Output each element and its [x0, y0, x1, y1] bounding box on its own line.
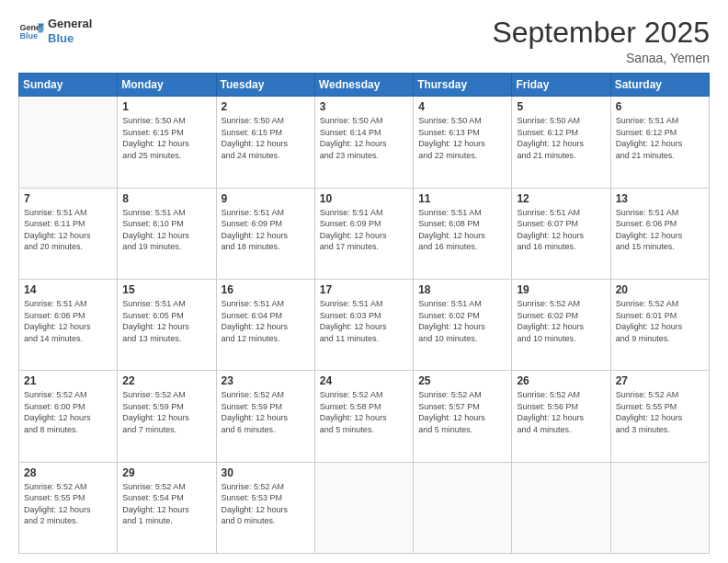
day-number: 20	[616, 283, 704, 296]
day-info: Sunrise: 5:50 AMSunset: 6:14 PMDaylight:…	[320, 115, 408, 161]
day-number: 22	[122, 374, 210, 387]
table-row: 8Sunrise: 5:51 AMSunset: 6:10 PMDaylight…	[118, 188, 216, 279]
day-info: Sunrise: 5:52 AMSunset: 5:55 PMDaylight:…	[616, 389, 704, 435]
day-info: Sunrise: 5:52 AMSunset: 5:55 PMDaylight:…	[24, 481, 112, 527]
logo-text: General Blue	[48, 17, 92, 45]
table-row: 14Sunrise: 5:51 AMSunset: 6:06 PMDayligh…	[19, 279, 118, 370]
day-info: Sunrise: 5:52 AMSunset: 5:54 PMDaylight:…	[122, 481, 210, 527]
day-number: 10	[320, 192, 408, 205]
col-saturday: Saturday	[610, 74, 709, 97]
day-info: Sunrise: 5:51 AMSunset: 6:04 PMDaylight:…	[222, 298, 310, 344]
table-row: 4Sunrise: 5:50 AMSunset: 6:13 PMDaylight…	[414, 97, 512, 188]
table-row: 19Sunrise: 5:52 AMSunset: 6:02 PMDayligh…	[512, 279, 610, 370]
calendar-body: 1Sunrise: 5:50 AMSunset: 6:15 PMDaylight…	[19, 97, 710, 554]
logo: General Blue General Blue	[18, 17, 92, 45]
week-row-1: 7Sunrise: 5:51 AMSunset: 6:11 PMDaylight…	[19, 188, 710, 279]
day-number: 3	[320, 100, 408, 113]
svg-text:Blue: Blue	[19, 31, 38, 40]
day-info: Sunrise: 5:51 AMSunset: 6:12 PMDaylight:…	[616, 115, 704, 161]
day-info: Sunrise: 5:52 AMSunset: 5:53 PMDaylight:…	[222, 481, 310, 527]
day-info: Sunrise: 5:51 AMSunset: 6:06 PMDaylight:…	[24, 298, 112, 344]
col-wednesday: Wednesday	[314, 74, 413, 97]
table-row	[414, 462, 512, 553]
day-number: 8	[122, 192, 210, 205]
day-info: Sunrise: 5:51 AMSunset: 6:06 PMDaylight:…	[616, 207, 704, 253]
header-row: Sunday Monday Tuesday Wednesday Thursday…	[19, 74, 710, 97]
day-info: Sunrise: 5:51 AMSunset: 6:02 PMDaylight:…	[418, 298, 506, 344]
table-row: 15Sunrise: 5:51 AMSunset: 6:05 PMDayligh…	[118, 279, 216, 370]
table-row: 11Sunrise: 5:51 AMSunset: 6:08 PMDayligh…	[414, 188, 512, 279]
table-row: 27Sunrise: 5:52 AMSunset: 5:55 PMDayligh…	[610, 371, 709, 462]
day-number: 26	[517, 374, 605, 387]
day-number: 27	[616, 374, 704, 387]
day-info: Sunrise: 5:51 AMSunset: 6:11 PMDaylight:…	[24, 207, 112, 253]
day-number: 16	[222, 283, 310, 296]
calendar-table: Sunday Monday Tuesday Wednesday Thursday…	[18, 73, 710, 554]
title-block: September 2025 Sanaa, Yemen	[492, 17, 710, 65]
day-info: Sunrise: 5:52 AMSunset: 6:02 PMDaylight:…	[517, 298, 605, 344]
week-row-2: 14Sunrise: 5:51 AMSunset: 6:06 PMDayligh…	[19, 279, 710, 370]
day-number: 4	[418, 100, 506, 113]
day-info: Sunrise: 5:52 AMSunset: 5:59 PMDaylight:…	[122, 389, 210, 435]
day-info: Sunrise: 5:51 AMSunset: 6:03 PMDaylight:…	[320, 298, 408, 344]
table-row: 21Sunrise: 5:52 AMSunset: 6:00 PMDayligh…	[19, 371, 118, 462]
day-number: 28	[24, 466, 112, 479]
day-info: Sunrise: 5:52 AMSunset: 6:01 PMDaylight:…	[616, 298, 704, 344]
table-row: 2Sunrise: 5:50 AMSunset: 6:15 PMDaylight…	[216, 97, 314, 188]
table-row: 28Sunrise: 5:52 AMSunset: 5:55 PMDayligh…	[19, 462, 118, 553]
table-row: 20Sunrise: 5:52 AMSunset: 6:01 PMDayligh…	[610, 279, 709, 370]
day-info: Sunrise: 5:51 AMSunset: 6:09 PMDaylight:…	[320, 207, 408, 253]
day-number: 13	[616, 192, 704, 205]
table-row: 10Sunrise: 5:51 AMSunset: 6:09 PMDayligh…	[314, 188, 413, 279]
table-row: 30Sunrise: 5:52 AMSunset: 5:53 PMDayligh…	[216, 462, 314, 553]
col-friday: Friday	[512, 74, 610, 97]
day-info: Sunrise: 5:52 AMSunset: 5:58 PMDaylight:…	[320, 389, 408, 435]
day-number: 29	[122, 466, 210, 479]
table-row: 22Sunrise: 5:52 AMSunset: 5:59 PMDayligh…	[118, 371, 216, 462]
table-row: 24Sunrise: 5:52 AMSunset: 5:58 PMDayligh…	[314, 371, 413, 462]
col-monday: Monday	[118, 74, 216, 97]
table-row	[610, 462, 709, 553]
day-number: 21	[24, 374, 112, 387]
day-info: Sunrise: 5:50 AMSunset: 6:13 PMDaylight:…	[418, 115, 506, 161]
week-row-3: 21Sunrise: 5:52 AMSunset: 6:00 PMDayligh…	[19, 371, 710, 462]
page: General Blue General Blue September 2025…	[0, 0, 728, 563]
table-row: 12Sunrise: 5:51 AMSunset: 6:07 PMDayligh…	[512, 188, 610, 279]
day-number: 30	[222, 466, 310, 479]
day-info: Sunrise: 5:50 AMSunset: 6:12 PMDaylight:…	[517, 115, 605, 161]
week-row-4: 28Sunrise: 5:52 AMSunset: 5:55 PMDayligh…	[19, 462, 710, 553]
day-info: Sunrise: 5:51 AMSunset: 6:09 PMDaylight:…	[222, 207, 310, 253]
col-sunday: Sunday	[19, 74, 118, 97]
day-info: Sunrise: 5:52 AMSunset: 5:57 PMDaylight:…	[418, 389, 506, 435]
day-number: 6	[616, 100, 704, 113]
table-row: 5Sunrise: 5:50 AMSunset: 6:12 PMDaylight…	[512, 97, 610, 188]
day-number: 25	[418, 374, 506, 387]
table-row: 9Sunrise: 5:51 AMSunset: 6:09 PMDaylight…	[216, 188, 314, 279]
table-row: 3Sunrise: 5:50 AMSunset: 6:14 PMDaylight…	[314, 97, 413, 188]
day-number: 14	[24, 283, 112, 296]
calendar-title: September 2025	[492, 17, 710, 49]
day-number: 15	[122, 283, 210, 296]
table-row: 18Sunrise: 5:51 AMSunset: 6:02 PMDayligh…	[414, 279, 512, 370]
table-row: 6Sunrise: 5:51 AMSunset: 6:12 PMDaylight…	[610, 97, 709, 188]
table-row	[314, 462, 413, 553]
table-row: 13Sunrise: 5:51 AMSunset: 6:06 PMDayligh…	[610, 188, 709, 279]
header: General Blue General Blue September 2025…	[18, 17, 710, 65]
day-info: Sunrise: 5:51 AMSunset: 6:05 PMDaylight:…	[122, 298, 210, 344]
day-info: Sunrise: 5:51 AMSunset: 6:07 PMDaylight:…	[517, 207, 605, 253]
table-row: 23Sunrise: 5:52 AMSunset: 5:59 PMDayligh…	[216, 371, 314, 462]
day-info: Sunrise: 5:50 AMSunset: 6:15 PMDaylight:…	[222, 115, 310, 161]
table-row: 26Sunrise: 5:52 AMSunset: 5:56 PMDayligh…	[512, 371, 610, 462]
day-number: 9	[222, 192, 310, 205]
logo-icon: General Blue	[18, 18, 44, 44]
day-number: 23	[222, 374, 310, 387]
day-info: Sunrise: 5:52 AMSunset: 5:56 PMDaylight:…	[517, 389, 605, 435]
day-info: Sunrise: 5:52 AMSunset: 6:00 PMDaylight:…	[24, 389, 112, 435]
table-row	[19, 97, 118, 188]
table-row: 29Sunrise: 5:52 AMSunset: 5:54 PMDayligh…	[118, 462, 216, 553]
day-number: 2	[222, 100, 310, 113]
table-row: 7Sunrise: 5:51 AMSunset: 6:11 PMDaylight…	[19, 188, 118, 279]
day-number: 19	[517, 283, 605, 296]
week-row-0: 1Sunrise: 5:50 AMSunset: 6:15 PMDaylight…	[19, 97, 710, 188]
table-row: 17Sunrise: 5:51 AMSunset: 6:03 PMDayligh…	[314, 279, 413, 370]
